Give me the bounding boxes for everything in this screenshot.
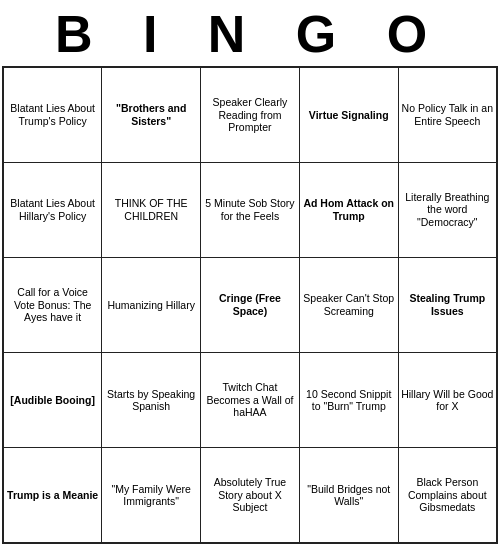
bingo-cell-0-4: No Policy Talk in an Entire Speech bbox=[398, 67, 497, 162]
bingo-cell-1-1: THINK OF THE CHILDREN bbox=[102, 162, 201, 257]
bingo-cell-1-4: Literally Breathing the word "Democracy" bbox=[398, 162, 497, 257]
bingo-cell-4-2: Absolutely True Story about X Subject bbox=[201, 448, 300, 543]
bingo-cell-0-2: Speaker Clearly Reading from Prompter bbox=[201, 67, 300, 162]
bingo-cell-2-2: Cringe (Free Space) bbox=[201, 257, 300, 352]
bingo-cell-1-0: Blatant Lies About Hillary's Policy bbox=[3, 162, 102, 257]
bingo-cell-3-3: 10 Second Snippit to "Burn" Trump bbox=[299, 353, 398, 448]
bingo-cell-4-3: "Build Bridges not Walls" bbox=[299, 448, 398, 543]
bingo-cell-3-1: Starts by Speaking Spanish bbox=[102, 353, 201, 448]
bingo-cell-4-0: Trump is a Meanie bbox=[3, 448, 102, 543]
bingo-cell-0-0: Blatant Lies About Trump's Policy bbox=[3, 67, 102, 162]
bingo-grid: Blatant Lies About Trump's Policy"Brothe… bbox=[2, 66, 498, 544]
bingo-cell-0-3: Virtue Signaling bbox=[299, 67, 398, 162]
bingo-cell-3-4: Hillary Will be Good for X bbox=[398, 353, 497, 448]
bingo-cell-2-3: Speaker Can't Stop Screaming bbox=[299, 257, 398, 352]
bingo-cell-4-4: Black Person Complains about Gibsmedats bbox=[398, 448, 497, 543]
bingo-cell-2-0: Call for a Voice Vote Bonus: The Ayes ha… bbox=[3, 257, 102, 352]
bingo-cell-3-0: [Audible Booing] bbox=[3, 353, 102, 448]
bingo-cell-2-1: Humanizing Hillary bbox=[102, 257, 201, 352]
bingo-cell-1-2: 5 Minute Sob Story for the Feels bbox=[201, 162, 300, 257]
bingo-cell-1-3: Ad Hom Attack on Trump bbox=[299, 162, 398, 257]
bingo-cell-3-2: Twitch Chat Becomes a Wall of haHAA bbox=[201, 353, 300, 448]
bingo-cell-4-1: "My Family Were Immigrants" bbox=[102, 448, 201, 543]
bingo-cell-0-1: "Brothers and Sisters" bbox=[102, 67, 201, 162]
bingo-cell-2-4: Stealing Trump Issues bbox=[398, 257, 497, 352]
bingo-title: B I N G O bbox=[0, 0, 500, 66]
